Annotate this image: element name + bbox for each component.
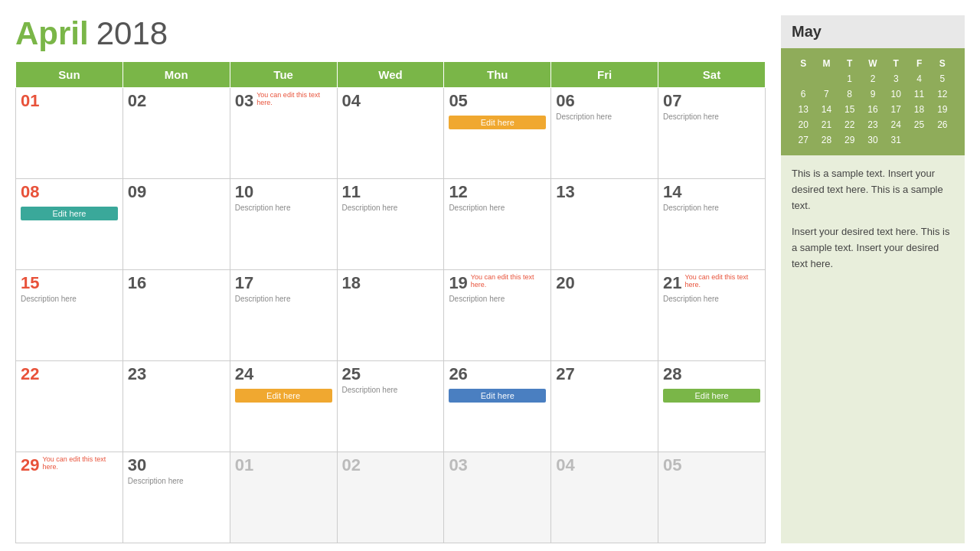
calendar-week-1: 010203You can edit this text here.0405Ed… bbox=[16, 88, 766, 179]
mini-cal-day[interactable]: 31 bbox=[884, 132, 907, 148]
mini-cal-day bbox=[815, 71, 838, 86]
calendar-cell[interactable]: 18 bbox=[337, 270, 444, 361]
calendar-cell[interactable]: 19You can edit this text here.Descriptio… bbox=[444, 270, 551, 361]
mini-cal-day[interactable]: 23 bbox=[861, 117, 884, 132]
year-title: 2018 bbox=[96, 15, 168, 52]
mini-cal-header: SMTWTFS bbox=[792, 56, 954, 71]
calendar-cell[interactable]: 05Edit here bbox=[444, 88, 551, 179]
day-number: 02 bbox=[342, 455, 361, 475]
mini-cal-day[interactable]: 16 bbox=[861, 102, 884, 117]
calendar-cell[interactable]: 13 bbox=[551, 179, 658, 270]
mini-cal-day[interactable]: 2 bbox=[861, 71, 884, 86]
day-number: 13 bbox=[556, 182, 574, 202]
mini-cal-day[interactable]: 9 bbox=[861, 86, 884, 102]
mini-cal-day[interactable]: 15 bbox=[838, 102, 861, 117]
day-number: 14 bbox=[663, 182, 681, 202]
mini-cal-day[interactable]: 24 bbox=[884, 117, 907, 132]
calendar-cell[interactable]: 04 bbox=[337, 88, 444, 179]
event-bar[interactable]: Edit here bbox=[235, 389, 332, 403]
sidebar-title: May bbox=[781, 15, 965, 48]
day-number: 18 bbox=[342, 273, 361, 293]
calendar-cell[interactable]: 22 bbox=[16, 361, 123, 452]
mini-cal-day[interactable]: 27 bbox=[792, 132, 815, 148]
mini-cal-day[interactable]: 6 bbox=[792, 86, 815, 102]
calendar-cell[interactable]: 30Description here bbox=[122, 452, 230, 543]
calendar-cell[interactable]: 06Description here bbox=[551, 88, 658, 179]
calendar-cell[interactable]: 08Edit here bbox=[16, 179, 123, 270]
mini-cal-day[interactable]: 29 bbox=[838, 132, 861, 148]
day-description: Description here bbox=[449, 295, 546, 303]
mini-cal-day[interactable]: 26 bbox=[931, 117, 954, 132]
mini-cal-day[interactable]: 22 bbox=[838, 117, 861, 132]
mini-cal-day[interactable]: 17 bbox=[884, 102, 907, 117]
mini-cal-day[interactable]: 4 bbox=[907, 71, 930, 86]
calendar-cell[interactable]: 03 bbox=[444, 452, 551, 543]
event-bar[interactable]: Edit here bbox=[663, 389, 760, 403]
mini-cal-day[interactable]: 1 bbox=[838, 71, 861, 86]
day-number: 30 bbox=[128, 455, 146, 475]
calendar-cell[interactable]: 15Description here bbox=[16, 270, 123, 361]
title-row: April 2018 bbox=[15, 15, 766, 52]
calendar-cell[interactable]: 27 bbox=[551, 361, 658, 452]
day-number: 08 bbox=[21, 182, 39, 202]
calendar-cell[interactable]: 03You can edit this text here. bbox=[230, 88, 337, 179]
day-number: 28 bbox=[663, 364, 681, 384]
calendar-cell[interactable]: 24Edit here bbox=[230, 361, 337, 452]
calendar-cell[interactable]: 02 bbox=[337, 452, 444, 543]
mini-cal-day[interactable]: 11 bbox=[907, 86, 930, 102]
day-number: 01 bbox=[235, 455, 253, 475]
day-note: You can edit this text here. bbox=[685, 273, 760, 289]
weekday-header-mon: Mon bbox=[122, 62, 230, 88]
calendar-cell[interactable]: 16 bbox=[122, 270, 230, 361]
calendar-cell[interactable]: 17Description here bbox=[230, 270, 337, 361]
mini-cal-day[interactable]: 12 bbox=[931, 86, 954, 102]
event-bar[interactable]: Edit here bbox=[21, 207, 118, 220]
calendar-cell[interactable]: 23 bbox=[122, 361, 230, 452]
mini-cal-day[interactable]: 20 bbox=[792, 117, 815, 132]
calendar-cell[interactable]: 20 bbox=[551, 270, 658, 361]
mini-cal-day[interactable]: 3 bbox=[884, 71, 907, 86]
calendar-cell[interactable]: 05 bbox=[658, 452, 766, 543]
mini-cal-day[interactable]: 10 bbox=[884, 86, 907, 102]
calendar-cell[interactable]: 09 bbox=[122, 179, 230, 270]
calendar-cell[interactable]: 04 bbox=[551, 452, 658, 543]
day-number: 17 bbox=[235, 273, 253, 293]
calendar-cell[interactable]: 07Description here bbox=[658, 88, 766, 179]
day-description: Description here bbox=[663, 112, 760, 121]
calendar-cell[interactable]: 11Description here bbox=[337, 179, 444, 270]
day-description: Description here bbox=[235, 295, 332, 303]
calendar-cell[interactable]: 12Description here bbox=[444, 179, 551, 270]
event-bar[interactable]: Edit here bbox=[449, 116, 546, 129]
mini-cal-day[interactable]: 14 bbox=[815, 102, 838, 117]
mini-cal-day[interactable]: 18 bbox=[907, 102, 930, 117]
calendar-cell[interactable]: 01 bbox=[16, 88, 123, 179]
day-number: 11 bbox=[342, 182, 361, 202]
calendar-cell[interactable]: 26Edit here bbox=[444, 361, 551, 452]
calendar-cell[interactable]: 02 bbox=[122, 88, 230, 179]
mini-cal-day[interactable]: 30 bbox=[861, 132, 884, 148]
month-title: April bbox=[15, 15, 89, 52]
mini-cal-day[interactable]: 8 bbox=[838, 86, 861, 102]
calendar-cell[interactable]: 01 bbox=[230, 452, 337, 543]
calendar-cell[interactable]: 14Description here bbox=[658, 179, 766, 270]
mini-cal-day[interactable]: 28 bbox=[815, 132, 838, 148]
day-number: 19 bbox=[449, 273, 467, 293]
event-bar[interactable]: Edit here bbox=[449, 389, 546, 403]
mini-cal-day[interactable]: 5 bbox=[931, 71, 954, 86]
weekday-header-fri: Fri bbox=[551, 62, 658, 88]
day-number: 09 bbox=[128, 182, 146, 202]
mini-cal-day[interactable]: 13 bbox=[792, 102, 815, 117]
mini-cal-day bbox=[931, 132, 954, 148]
mini-cal-day[interactable]: 21 bbox=[815, 117, 838, 132]
calendar-cell[interactable]: 10Description here bbox=[230, 179, 337, 270]
calendar-cell[interactable]: 28Edit here bbox=[658, 361, 766, 452]
mini-cal-day[interactable]: 19 bbox=[931, 102, 954, 117]
day-number: 25 bbox=[342, 364, 361, 384]
day-description: Description here bbox=[556, 112, 653, 121]
calendar-cell[interactable]: 29You can edit this text here. bbox=[16, 452, 123, 543]
calendar-cell[interactable]: 21You can edit this text here.Descriptio… bbox=[658, 270, 766, 361]
weekday-header-sun: Sun bbox=[16, 62, 123, 88]
calendar-cell[interactable]: 25Description here bbox=[337, 361, 444, 452]
mini-cal-day[interactable]: 25 bbox=[907, 117, 930, 132]
mini-cal-day[interactable]: 7 bbox=[815, 86, 838, 102]
